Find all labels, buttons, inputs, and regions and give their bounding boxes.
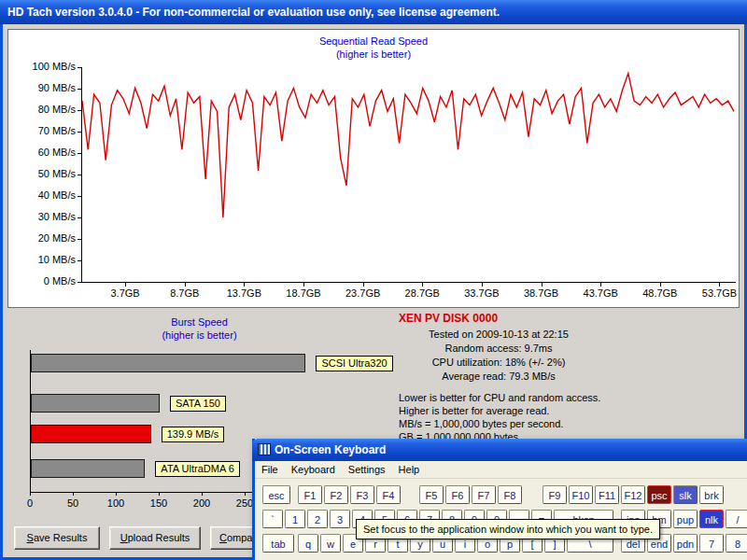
burst-bar-label: SATA 150: [170, 396, 226, 412]
x-axis-label: 38.7GB: [519, 287, 564, 299]
burst-tick-label: 150: [145, 497, 173, 509]
burst-tick-label: 200: [188, 497, 216, 509]
y-axis-label: 40 MB/s: [10, 189, 76, 201]
key-F7[interactable]: F7: [472, 485, 496, 504]
average-read: Average read: 79.3 MB/s: [391, 370, 606, 384]
key-tab[interactable]: tab: [262, 534, 294, 553]
x-axis-label: 8.7GB: [162, 287, 207, 299]
x-tick: [185, 283, 186, 287]
y-axis-label: 70 MB/s: [10, 125, 76, 136]
y-axis-label: 100 MB/s: [10, 61, 76, 72]
x-axis-label: 53.7GB: [697, 287, 741, 299]
key-F3[interactable]: F3: [350, 485, 374, 504]
y-axis-label: 30 MB/s: [10, 211, 76, 222]
hdtach-window: HD Tach version 3.0.4.0 - For non-commer…: [0, 0, 747, 560]
key-F1[interactable]: F1: [298, 485, 322, 504]
menu-file[interactable]: File: [255, 464, 285, 475]
menu-settings[interactable]: Settings: [342, 464, 392, 475]
osk-title: On-Screen Keyboard: [275, 439, 386, 461]
x-axis-label: 33.7GB: [459, 287, 504, 299]
key-F11[interactable]: F11: [595, 485, 619, 504]
key-w[interactable]: w: [320, 534, 341, 553]
x-axis-label: 13.7GB: [221, 287, 266, 299]
info-notes: Lower is better for CPU and random acces…: [399, 391, 600, 443]
burst-tick: [73, 492, 74, 496]
key-/[interactable]: /: [726, 510, 747, 528]
x-axis-label: 23.7GB: [341, 287, 386, 299]
key-esc[interactable]: esc: [262, 485, 290, 504]
burst-tick-label: 50: [59, 497, 87, 509]
x-tick: [719, 283, 720, 287]
x-tick: [660, 283, 661, 287]
upload-results-button[interactable]: Upload Results: [109, 526, 201, 550]
key-8[interactable]: 8: [726, 534, 747, 553]
burst-bar-label: SCSI Ultra320: [316, 356, 392, 371]
x-axis-label: 18.7GB: [281, 287, 326, 299]
burst-tick: [245, 492, 246, 496]
key-nlk[interactable]: nlk: [699, 510, 724, 528]
seq-plot-area: [81, 67, 736, 283]
key-F12[interactable]: F12: [621, 485, 645, 504]
y-axis-label: 50 MB/s: [10, 168, 76, 179]
key-psc[interactable]: psc: [647, 485, 671, 504]
save-results-button[interactable]: Save Results: [14, 526, 100, 550]
x-tick: [125, 283, 126, 287]
menu-keyboard[interactable]: Keyboard: [285, 464, 342, 475]
burst-bar: [31, 425, 151, 443]
x-axis-label: 43.7GB: [578, 287, 623, 299]
x-tick: [303, 283, 304, 287]
burst-bar-label: ATA UltraDMA 6: [155, 461, 239, 477]
key-1[interactable]: 1: [285, 510, 305, 528]
key-slk[interactable]: slk: [673, 485, 698, 504]
burst-bar: [31, 394, 160, 413]
key-3[interactable]: 3: [330, 510, 350, 528]
burst-bar-label: 139.9 MB/s: [162, 427, 225, 442]
info-note: MB/s = 1,000,000 bytes per second.: [399, 417, 600, 430]
key-F10[interactable]: F10: [569, 485, 593, 504]
test-date: Tested on 2009-10-13 at 22:15: [391, 328, 606, 342]
burst-tick-label: 0: [16, 497, 44, 509]
osk-window: On-Screen Keyboard File Keyboard Setting…: [252, 439, 747, 560]
key-pup[interactable]: pup: [673, 510, 698, 528]
x-axis-label: 48.7GB: [638, 287, 683, 299]
x-tick: [244, 283, 245, 287]
key-F9[interactable]: F9: [543, 485, 567, 504]
y-axis-label: 60 MB/s: [10, 147, 76, 158]
burst-tick: [202, 492, 203, 496]
cpu-utilization: CPU utilization: 18% (+/- 2%): [391, 356, 606, 370]
burst-bar: [31, 354, 305, 372]
random-access: Random access: 9.7ms: [391, 342, 606, 356]
key-F4[interactable]: F4: [376, 485, 401, 504]
y-axis-label: 20 MB/s: [10, 232, 76, 244]
y-axis-label: 0 MB/s: [10, 275, 76, 287]
x-axis-label: 28.7GB: [400, 287, 444, 299]
x-tick: [542, 283, 543, 287]
burst-chart-title: Burst Speed: [7, 316, 391, 328]
menu-help[interactable]: Help: [392, 464, 427, 475]
burst-chart-subtitle: (higher is better): [7, 329, 391, 341]
osk-titlebar[interactable]: On-Screen Keyboard: [252, 439, 747, 461]
drive-stats: Tested on 2009-10-13 at 22:15 Random acc…: [391, 328, 606, 384]
read-speed-line: [82, 74, 734, 217]
key-2[interactable]: 2: [307, 510, 328, 528]
key-`[interactable]: `: [262, 510, 283, 528]
seq-chart-title: Sequential Read Speed: [8, 35, 739, 47]
key-F6[interactable]: F6: [445, 485, 470, 504]
x-tick: [482, 283, 483, 287]
key-brk[interactable]: brk: [699, 485, 724, 504]
key-7[interactable]: 7: [699, 534, 724, 553]
seq-chart-subtitle: (higher is better): [8, 49, 739, 60]
x-axis-label: 3.7GB: [103, 287, 148, 299]
burst-tick: [30, 492, 31, 496]
info-note: Lower is better for CPU and random acces…: [399, 391, 600, 404]
y-axis-label: 90 MB/s: [10, 82, 76, 93]
key-q[interactable]: q: [298, 534, 318, 553]
app-title: HD Tach version 3.0.4.0 - For non-commer…: [7, 6, 500, 19]
sequential-read-panel: Sequential Read Speed (higher is better)…: [7, 29, 740, 308]
key-F5[interactable]: F5: [419, 485, 444, 504]
key-pdn[interactable]: pdn: [673, 534, 698, 553]
key-F2[interactable]: F2: [324, 485, 348, 504]
title-bar[interactable]: HD Tach version 3.0.4.0 - For non-commer…: [0, 0, 747, 24]
burst-tick: [116, 492, 117, 496]
key-F8[interactable]: F8: [498, 485, 522, 504]
